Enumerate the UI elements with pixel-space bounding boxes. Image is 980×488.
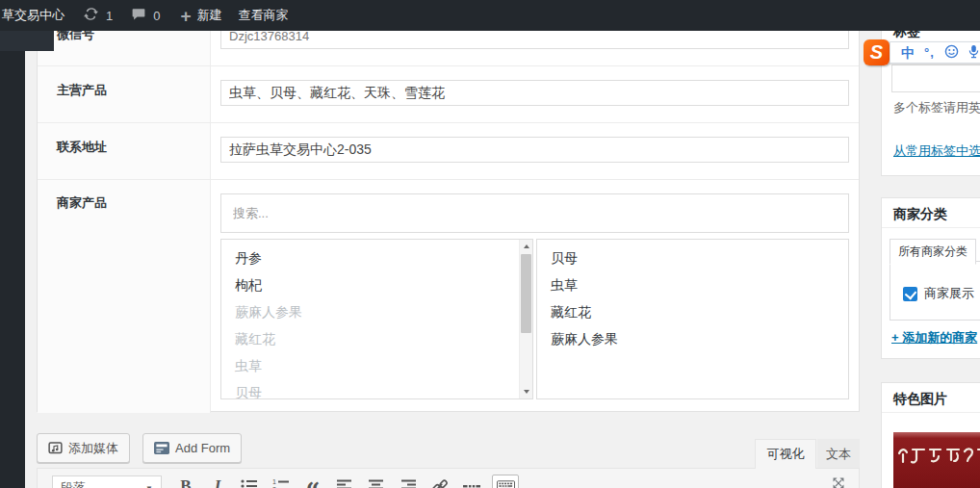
sogou-logo-icon[interactable]: S (864, 39, 890, 65)
add-form-button[interactable]: Add Form (142, 433, 242, 463)
add-media-label: 添加媒体 (68, 440, 118, 457)
tab-visual[interactable]: 可视化 (755, 439, 816, 469)
admin-menu-strip[interactable] (0, 31, 25, 488)
merchant-category-panel: 商家分类 所有商家分类 商家展示 + 添加新的商家 (881, 197, 980, 359)
scroll-down-button[interactable] (520, 385, 533, 398)
category-checkbox-item[interactable]: 商家展示 (903, 285, 974, 302)
category-panel-title: 商家分类 (882, 198, 980, 228)
fullscreen-icon[interactable] (831, 476, 846, 488)
product-lists: 丹参 枸杞 蕨麻人参果 藏红花 虫草 贝母 贝母 虫草 藏红花 (220, 239, 849, 399)
comments-menu[interactable]: 0 (131, 7, 160, 24)
triangle-up-icon (524, 244, 529, 248)
page: 微信号 主营产品 联系地址 商家产品 丹参 枸杞 蕨麻人参果 藏 (0, 0, 980, 488)
add-media-button[interactable]: 添加媒体 (37, 433, 130, 463)
toolbar-icons: B I 12 “ (174, 475, 528, 488)
comment-bubble-icon (131, 7, 146, 24)
align-left-button[interactable] (333, 475, 356, 488)
link-button[interactable] (428, 475, 451, 488)
list-scrollbar[interactable] (519, 240, 532, 398)
new-label: 新建 (197, 7, 222, 24)
editor-toolbar: 段落 ▼ B I 12 “ (37, 468, 860, 488)
list-item: 贝母 (221, 379, 532, 399)
microphone-icon[interactable] (968, 44, 979, 61)
merchant-form-panel: 微信号 主营产品 联系地址 商家产品 丹参 枸杞 蕨麻人参果 藏 (37, 0, 860, 412)
list-item[interactable]: 枸杞 (221, 271, 532, 298)
list-item: 虫草 (221, 352, 532, 379)
products-label: 商家产品 (57, 194, 107, 212)
updates-menu[interactable]: 1 (83, 7, 113, 24)
triangle-down-icon (524, 390, 529, 394)
choose-from-common-tags-link[interactable]: 从常用标签中选 (893, 142, 980, 160)
product-search-input[interactable] (220, 193, 849, 233)
svg-text:1: 1 (272, 478, 276, 485)
list-item: 蕨麻人参果 (221, 298, 532, 325)
media-icon (48, 441, 63, 455)
toolbar-toggle-button[interactable] (492, 475, 519, 488)
paragraph-select-value: 段落 (61, 479, 86, 488)
read-more-button[interactable] (460, 475, 483, 488)
scroll-up-button[interactable] (520, 240, 533, 253)
bold-button[interactable]: B (174, 475, 197, 488)
numbered-list-button[interactable]: 12 (270, 475, 293, 488)
checked-checkbox-icon[interactable] (903, 287, 917, 301)
tab-text[interactable]: 文本 (817, 439, 860, 469)
tag-input[interactable] (891, 64, 980, 92)
smiley-icon[interactable] (944, 44, 959, 61)
selected-products-list[interactable]: 贝母 虫草 藏红花 蕨麻人参果 (536, 239, 849, 399)
align-center-button[interactable] (365, 475, 388, 488)
sogou-ime-bar: S 中 °, (864, 39, 980, 65)
blockquote-button[interactable]: “ (301, 475, 324, 488)
list-item[interactable]: 贝母 (537, 244, 848, 271)
form-row-products: 商家产品 丹参 枸杞 蕨麻人参果 藏红花 虫草 贝母 贝 (38, 179, 859, 413)
featured-image-panel: 特色图片 (881, 382, 980, 488)
ime-toolbar: 中 °, (890, 41, 980, 64)
add-new-category-link[interactable]: + 添加新的商家 (891, 329, 977, 347)
list-item[interactable]: 丹参 (221, 244, 532, 271)
updates-count: 1 (106, 9, 113, 23)
plus-icon: + (180, 7, 191, 25)
tags-hint-text: 多个标签请用英 (893, 99, 980, 116)
main-products-label: 主营产品 (57, 82, 107, 99)
list-item[interactable]: 虫草 (537, 271, 848, 298)
admin-bar: 草交易中心 1 0 + 新建 查看商家 (0, 0, 980, 31)
italic-button[interactable]: I (206, 475, 229, 488)
form-row-address: 联系地址 (38, 122, 859, 179)
category-checkbox-label: 商家展示 (924, 285, 974, 302)
available-products-list[interactable]: 丹参 枸杞 蕨麻人参果 藏红花 虫草 贝母 (220, 239, 533, 399)
form-icon (154, 442, 169, 454)
category-list-box: 商家展示 (890, 261, 980, 321)
ime-language-mode[interactable]: 中 (901, 46, 915, 60)
form-row-main-products: 主营产品 (38, 65, 859, 122)
list-item[interactable]: 藏红花 (537, 298, 848, 325)
admin-menu-current-item[interactable] (0, 31, 54, 51)
address-input[interactable] (220, 137, 849, 163)
updates-icon (83, 7, 99, 24)
label-column-bg (38, 180, 211, 413)
site-name-menu[interactable]: 草交易中心 (2, 7, 64, 24)
bullet-list-button[interactable] (238, 475, 261, 488)
comments-count: 0 (153, 9, 160, 23)
ime-punctuation-mode[interactable]: °, (924, 46, 935, 59)
align-right-button[interactable] (397, 475, 420, 488)
featured-image[interactable] (893, 432, 980, 488)
paragraph-format-select[interactable]: 段落 ▼ (52, 475, 162, 488)
view-merchant-link[interactable]: 查看商家 (239, 7, 289, 24)
all-categories-tab[interactable]: 所有商家分类 (890, 239, 976, 265)
list-item: 藏红花 (221, 325, 532, 352)
address-label: 联系地址 (57, 139, 107, 156)
scrollbar-thumb[interactable] (521, 254, 531, 333)
main-products-input[interactable] (220, 80, 849, 106)
featured-panel-title: 特色图片 (882, 383, 980, 413)
new-content-menu[interactable]: + 新建 (180, 7, 221, 25)
list-item[interactable]: 蕨麻人参果 (537, 325, 848, 352)
chevron-down-icon: ▼ (145, 484, 153, 488)
add-form-label: Add Form (175, 441, 230, 455)
